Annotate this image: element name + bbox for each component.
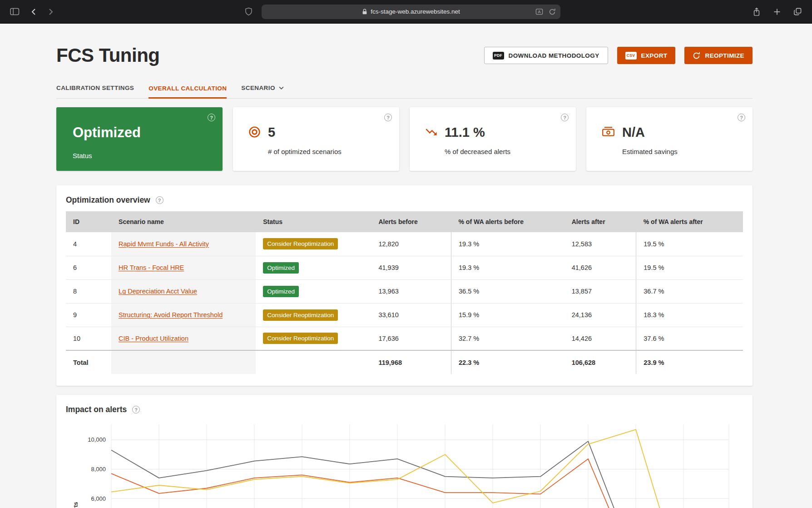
back-button[interactable]	[29, 6, 39, 18]
new-tab-icon[interactable]	[772, 6, 782, 17]
cell-scenario-name: Rapid Mvmt Funds - All Activity	[111, 232, 256, 256]
total-name-cell	[111, 350, 256, 374]
help-icon[interactable]	[156, 196, 163, 204]
url-text: fcs-stage-web.azurewebsites.net	[371, 8, 460, 15]
csv-icon: CSV	[625, 52, 637, 60]
cell-alerts-before: 41,939	[371, 256, 451, 279]
header-actions: PDF DOWNLOAD METHODOLOGY CSV EXPORT REOP…	[484, 47, 753, 64]
tab-overall-calculation[interactable]: OVERALL CALCULATION	[149, 85, 227, 99]
reoptimize-button[interactable]: REOPTIMIZE	[684, 47, 753, 64]
privacy-shield-icon[interactable]	[243, 5, 254, 18]
scenario-link[interactable]: Rapid Mvmt Funds - All Activity	[119, 240, 209, 248]
address-bar[interactable]: fcs-stage-web.azurewebsites.net A	[262, 5, 560, 19]
page-title: FCS Tuning	[56, 45, 160, 66]
decreased-alerts-card: 11.1 % % of decreased alerts	[410, 107, 576, 171]
optimization-overview-panel: Optimization overview ID Scenario name S…	[56, 185, 753, 386]
help-icon[interactable]	[561, 114, 569, 121]
table-header-row: ID Scenario name Status Alerts before % …	[66, 211, 743, 232]
status-label: Status	[73, 152, 223, 159]
optimized-scenarios-card: 5 # of optimized scenarios	[233, 107, 399, 171]
address-bar-actions: A	[535, 8, 556, 15]
estimated-savings-card: N/A Estimated savings	[586, 107, 753, 171]
total-row: Total 119,968 22.3 % 106,628 23.9 %	[66, 350, 743, 374]
col-alerts-before: Alerts before	[371, 211, 451, 232]
export-label: EXPORT	[641, 52, 668, 59]
card-value: N/A	[622, 125, 678, 139]
cell-alerts-after: 41,626	[564, 256, 636, 279]
tab-overview-icon[interactable]	[792, 5, 804, 18]
total-status-cell	[256, 350, 371, 374]
cell-wa-before: 32.7 %	[451, 327, 564, 350]
reload-icon[interactable]	[549, 8, 556, 15]
table-row: 4Rapid Mvmt Funds - All ActivityConsider…	[66, 232, 743, 256]
download-methodology-button[interactable]: PDF DOWNLOAD METHODOLOGY	[484, 47, 608, 64]
cell-alerts-after: 24,136	[564, 303, 636, 327]
status-badge: Optimized	[263, 286, 299, 297]
cell-id: 4	[66, 232, 111, 256]
total-alerts-before: 119,968	[371, 350, 451, 374]
cell-scenario-name: HR Trans - Focal HRE	[111, 256, 256, 279]
scenario-link[interactable]: HR Trans - Focal HRE	[119, 264, 184, 271]
target-icon	[248, 125, 261, 139]
reoptimize-label: REOPTIMIZE	[705, 52, 744, 59]
forward-button[interactable]	[46, 6, 56, 18]
cell-wa-after: 18.3 %	[636, 303, 743, 327]
svg-text:10,000: 10,000	[88, 436, 106, 443]
sidebar-toggle-button[interactable]	[8, 6, 21, 17]
help-icon[interactable]	[738, 114, 745, 121]
translate-icon[interactable]: A	[535, 8, 543, 15]
svg-text:6,000: 6,000	[91, 495, 106, 502]
section-title-impact-on-alerts: Impact on alerts	[66, 405, 127, 414]
cell-wa-before: 19.3 %	[451, 232, 564, 256]
help-icon[interactable]	[384, 114, 392, 121]
share-icon[interactable]	[751, 5, 762, 18]
chevron-down-icon	[279, 86, 284, 90]
help-icon[interactable]	[208, 114, 215, 121]
cell-status: Consider Reoptimization	[256, 232, 371, 256]
tab-scenario-label: SCENARIO	[241, 85, 275, 91]
total-wa-before: 22.3 %	[451, 350, 564, 374]
cell-id: 6	[66, 256, 111, 279]
status-badge: Consider Reoptimization	[263, 333, 338, 344]
status-badge: Consider Reoptimization	[263, 309, 338, 321]
toolbar-center: fcs-stage-web.azurewebsites.net A	[72, 5, 731, 19]
browser-toolbar: fcs-stage-web.azurewebsites.net A	[0, 0, 812, 24]
total-wa-after: 23.9 %	[636, 350, 743, 374]
tab-calibration-settings[interactable]: CALIBRATION SETTINGS	[56, 85, 134, 98]
download-methodology-label: DOWNLOAD METHODOLOGY	[509, 52, 599, 59]
cell-id: 10	[66, 327, 111, 350]
card-label: % of decreased alerts	[445, 148, 510, 155]
status-badge: Consider Reoptimization	[263, 238, 338, 249]
cell-alerts-before: 13,963	[371, 279, 451, 303]
cell-status: Optimized	[256, 256, 371, 279]
cell-wa-before: 19.3 %	[451, 256, 564, 279]
cell-wa-before: 15.9 %	[451, 303, 564, 327]
pdf-icon: PDF	[493, 52, 504, 60]
export-button[interactable]: CSV EXPORT	[617, 47, 676, 64]
scenario-link[interactable]: Structuring: Avoid Report Threshold	[119, 311, 223, 319]
section-title-optimization-overview: Optimization overview	[66, 195, 150, 205]
table-row: 8Lg Depreciation Acct ValueOptimized13,9…	[66, 279, 743, 303]
cell-alerts-before: 33,610	[371, 303, 451, 327]
svg-text:ed alerts: ed alerts	[72, 502, 79, 508]
stat-cards: Optimized Status 5 # of optimized scenar…	[56, 107, 753, 171]
cell-alerts-after: 14,426	[564, 327, 636, 350]
table-row: 9Structuring: Avoid Report ThresholdCons…	[66, 303, 743, 327]
scenario-link[interactable]: CIB - Product Utilization	[119, 335, 188, 342]
cell-wa-after: 19.5 %	[636, 232, 743, 256]
scenario-link[interactable]: Lg Depreciation Acct Value	[119, 288, 197, 295]
impact-on-alerts-panel: Impact on alerts 6,0008,00010,000ed aler…	[56, 395, 753, 508]
status-badge: Optimized	[263, 262, 299, 274]
col-status: Status	[256, 211, 371, 232]
tab-scenario[interactable]: SCENARIO	[241, 85, 283, 98]
col-wa-before: % of WA alerts before	[451, 211, 564, 232]
help-icon[interactable]	[132, 406, 140, 413]
cell-status: Consider Reoptimization	[256, 327, 371, 350]
cell-status: Consider Reoptimization	[256, 303, 371, 327]
trend-down-icon	[425, 125, 438, 139]
lock-icon	[361, 8, 368, 15]
cell-alerts-after: 13,857	[564, 279, 636, 303]
cell-id: 9	[66, 303, 111, 327]
cell-wa-after: 36.7 %	[636, 279, 743, 303]
total-alerts-after: 106,628	[564, 350, 636, 374]
